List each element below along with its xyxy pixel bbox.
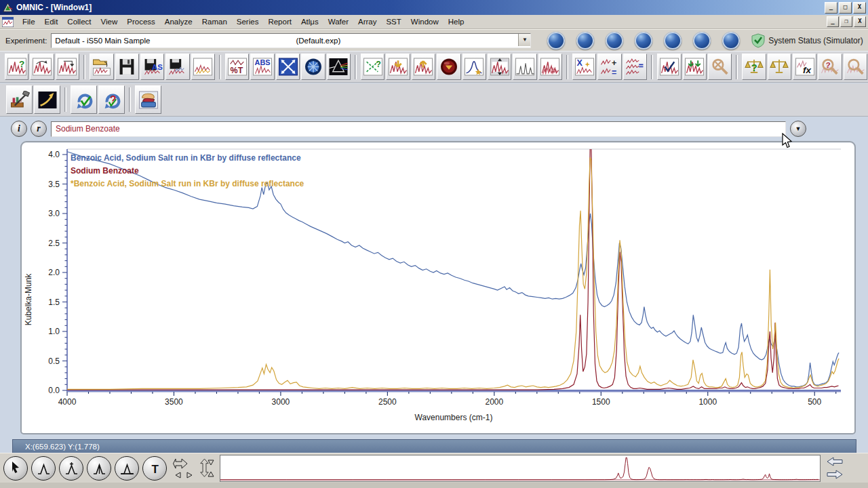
text-tool-icon: T (146, 460, 164, 477)
svg-text:0.5: 0.5 (48, 357, 60, 366)
collect-background-button[interactable] (30, 54, 54, 80)
collect-series-button[interactable] (56, 54, 79, 80)
spectrum-check-button[interactable] (657, 54, 681, 80)
save-as-button[interactable]: AS (140, 54, 164, 80)
full-scale-blue-button[interactable] (276, 54, 300, 80)
save-group-button[interactable] (165, 54, 189, 80)
search-question-button[interactable]: ? (818, 54, 842, 80)
spectrum-plain-button[interactable] (513, 54, 536, 80)
open-spectrum-button[interactable] (90, 54, 113, 80)
menu-item-wafer[interactable]: Wafer (323, 16, 353, 27)
spectrum-red-button[interactable] (538, 54, 562, 80)
toolbox-button[interactable] (6, 85, 33, 114)
macro-basic-button[interactable] (135, 85, 161, 114)
omnic-orb-icon (439, 58, 459, 76)
absorbance-button[interactable]: ABS (250, 54, 274, 80)
spectrum-overview-pane[interactable] (220, 455, 821, 482)
child-restore-button[interactable]: ❐ (840, 16, 852, 27)
minimize-button[interactable]: _ (825, 2, 837, 14)
reduce-spectra-button[interactable] (683, 54, 707, 80)
child-close-button[interactable]: X (854, 16, 866, 27)
redo-question-icon: ? (102, 91, 122, 109)
experiment-file: (Default.exp) (296, 37, 340, 45)
library-search-button[interactable] (844, 54, 867, 80)
peak-track-icon (90, 460, 108, 477)
experiment-combobox[interactable]: Default - iS50 Main Sample (Default.exp)… (51, 33, 531, 48)
quant-scale-button[interactable] (768, 54, 791, 80)
y-axis-label: Kubelka-Munk (24, 273, 33, 326)
svg-text:3.0: 3.0 (48, 209, 60, 218)
system-status-label: System Status (Simulator) (768, 36, 863, 45)
menu-item-collect[interactable]: Collect (62, 16, 96, 27)
peak-area-button[interactable] (115, 456, 139, 481)
scroll-arrows[interactable] (825, 455, 845, 481)
report-overlay-button[interactable] (191, 54, 215, 80)
peak-track-button[interactable] (87, 456, 111, 481)
select-arrow-button[interactable] (3, 456, 28, 481)
experiment-value: Default - iS50 Main Sample (55, 37, 150, 45)
menu-item-help[interactable]: Help (443, 16, 469, 27)
redo-accept-button[interactable] (71, 85, 97, 114)
shift-down-button[interactable] (386, 54, 410, 80)
quant-question-button[interactable]: ? (742, 54, 766, 80)
menu-item-process[interactable]: Process (122, 16, 160, 27)
prism-button[interactable] (327, 54, 351, 80)
toolbar-separator (651, 55, 653, 79)
menu-item-file[interactable]: File (18, 16, 40, 27)
svg-text:4.0: 4.0 (48, 150, 60, 159)
menu-item-atlμs[interactable]: Atlμs (296, 16, 323, 27)
launcher-orb-3[interactable] (606, 32, 623, 49)
absorbance-icon: ABS (252, 58, 273, 76)
peak-height-button[interactable] (59, 456, 83, 481)
menu-item-series[interactable]: Series (232, 16, 264, 27)
save-button[interactable] (115, 54, 139, 80)
shift-up-button[interactable] (412, 54, 435, 80)
text-tool-button[interactable]: T (142, 456, 167, 481)
launcher-orb-4[interactable] (635, 32, 652, 49)
cursor-readout-bar: X:(659.623) Y:(1.778) (12, 439, 856, 453)
stack-spectra-button[interactable] (623, 54, 647, 80)
maximize-button[interactable]: □ (839, 2, 852, 14)
expand-x-icon[interactable] (172, 456, 195, 481)
omnic-orb-button[interactable] (437, 54, 460, 80)
expand-y-icon[interactable] (197, 456, 214, 481)
menu-item-raman[interactable]: Raman (197, 16, 232, 27)
title-button[interactable]: r (31, 121, 47, 137)
fx-function-button[interactable]: fx (793, 54, 816, 80)
target-globe-button[interactable] (301, 54, 325, 80)
launcher-orb-7[interactable] (722, 32, 740, 49)
region-question-button[interactable]: ? (361, 54, 384, 80)
dark-arrow-button[interactable] (34, 85, 60, 114)
info-button[interactable]: i (11, 121, 27, 137)
select-arrow-icon (7, 460, 25, 477)
save-as-icon: AS (142, 58, 163, 76)
search-question-icon: ? (820, 58, 840, 76)
menu-item-view[interactable]: View (96, 16, 123, 27)
spectral-cursor-button[interactable] (31, 456, 56, 481)
menu-item-report[interactable]: Report (263, 16, 296, 27)
subtract-spectra-button[interactable]: X (572, 54, 596, 80)
menu-item-array[interactable]: Array (353, 16, 381, 27)
scale-updown-button[interactable] (488, 54, 511, 80)
launcher-orb-5[interactable] (664, 32, 682, 49)
menu-item-window[interactable]: Window (406, 16, 443, 27)
child-minimize-button[interactable]: _ (827, 16, 839, 27)
launcher-orb-2[interactable] (576, 32, 594, 49)
search-clear-button[interactable] (708, 54, 732, 80)
menu-item-analyze[interactable]: Analyze (160, 16, 197, 27)
launcher-orb-6[interactable] (693, 32, 711, 49)
menu-item-sst[interactable]: SST (381, 16, 406, 27)
redo-question-button[interactable]: ? (98, 85, 125, 114)
spectrum-title-field[interactable]: Sodium Benzoate (51, 121, 786, 137)
launcher-orb-1[interactable] (547, 32, 565, 49)
svg-text:1.0: 1.0 (48, 327, 60, 336)
collect-sample-button[interactable]: ? (5, 54, 28, 80)
svg-text:?: ? (826, 61, 831, 69)
menu-item-edit[interactable]: Edit (40, 16, 63, 27)
percent-t-button[interactable]: %T (225, 54, 249, 80)
omnic-app-icon (3, 3, 13, 12)
close-button[interactable]: X (853, 2, 866, 14)
find-peak-star-button[interactable] (462, 54, 486, 80)
add-spectra-button[interactable]: += (597, 54, 621, 80)
combo-dropdown-arrow-icon[interactable]: ▼ (518, 34, 530, 46)
